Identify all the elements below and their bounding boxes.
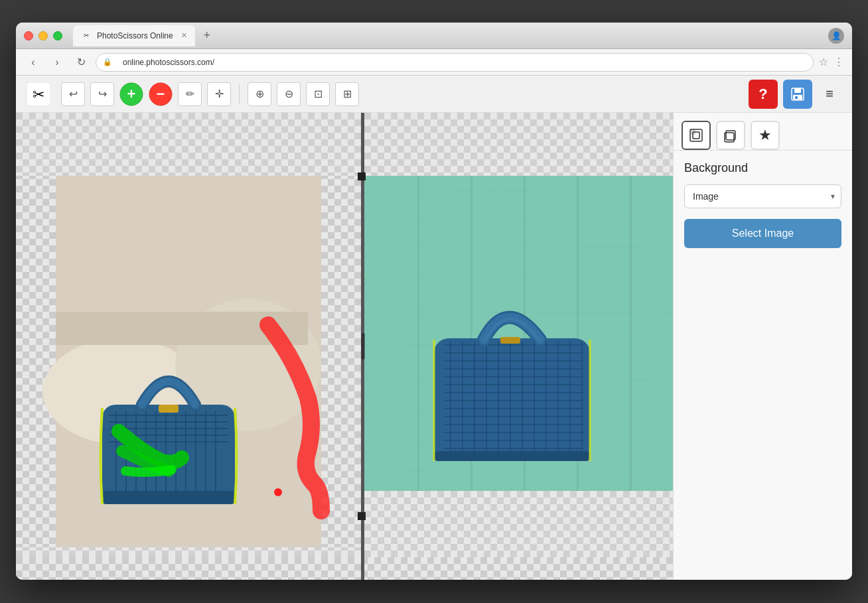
sidebar-content: Background Image Color Transparent Blur … [674, 151, 852, 580]
svg-rect-34 [195, 411, 196, 498]
svg-rect-7 [794, 88, 801, 93]
main-content: ★ Background Image Color Transparent Blu… [16, 113, 852, 580]
copy-icon [723, 127, 739, 143]
svg-rect-38 [102, 491, 235, 504]
close-button[interactable] [24, 31, 33, 40]
canvas-area [16, 113, 673, 580]
zoom-reset-button[interactable]: ⊞ [335, 82, 359, 106]
browser-menu-icon[interactable]: ⋮ [833, 56, 844, 68]
new-tab-button[interactable]: + [198, 27, 216, 45]
svg-text:+: + [127, 86, 136, 102]
svg-text:✂: ✂ [33, 86, 44, 103]
select-image-button[interactable]: Select Image [684, 219, 841, 248]
browser-tab[interactable]: ✂ PhotoScissors Online ✕ [73, 25, 195, 46]
svg-rect-9 [795, 96, 798, 99]
add-marker-button[interactable]: + [119, 82, 143, 106]
app-menu-button[interactable]: ≡ [818, 82, 841, 106]
app-toolbar: ✂ ↩ ↪ + − ✏ ✛ ⊕ ⊖ ⊡ ⊞ ? [16, 76, 852, 113]
svg-rect-37 [159, 405, 179, 413]
remove-marker-button[interactable]: − [149, 82, 173, 106]
top-handle[interactable] [358, 172, 366, 180]
save-button[interactable] [783, 80, 812, 109]
tab-bar: ✂ PhotoScissors Online ✕ + [73, 25, 828, 46]
tab-layer[interactable] [716, 121, 745, 150]
tab-background[interactable] [682, 121, 711, 150]
zoom-fit-button[interactable]: ⊡ [306, 82, 330, 106]
svg-rect-36 [215, 411, 216, 498]
tab-close-icon[interactable]: ✕ [181, 31, 187, 40]
layer-icon [688, 127, 704, 143]
lock-icon: 🔒 [103, 58, 112, 66]
forward-button[interactable]: › [48, 53, 66, 72]
titlebar: ✂ PhotoScissors Online ✕ + 👤 [16, 23, 852, 49]
panel-divider[interactable] [361, 113, 364, 580]
background-select-wrapper: Image Color Transparent Blur ▾ [684, 184, 841, 208]
svg-rect-45 [364, 491, 673, 557]
svg-text:−: − [157, 86, 165, 102]
svg-rect-26 [115, 411, 117, 498]
redo-button[interactable]: ↪ [90, 82, 114, 106]
svg-rect-15 [16, 547, 361, 557]
svg-rect-94 [690, 129, 695, 135]
maximize-button[interactable] [53, 31, 62, 40]
left-panel[interactable] [16, 113, 361, 580]
app-logo: ✂ [27, 82, 50, 106]
addressbar: ‹ › ↻ 🔒 online.photoscissors.com/ ☆ ⋮ [16, 49, 852, 76]
zoom-in-button[interactable]: ⊕ [248, 82, 271, 106]
window-controls [24, 31, 62, 40]
svg-point-39 [274, 488, 282, 496]
back-button[interactable]: ‹ [24, 53, 42, 72]
divider-handle [361, 333, 364, 360]
bottom-handle[interactable] [358, 512, 366, 520]
svg-rect-44 [364, 113, 673, 176]
svg-rect-14 [16, 113, 361, 176]
sidebar: ★ Background Image Color Transparent Blu… [673, 113, 852, 580]
tab-favicon: ✂ [81, 31, 92, 41]
refresh-button[interactable]: ↻ [72, 53, 90, 72]
bookmark-icon[interactable]: ☆ [819, 56, 828, 68]
brush-button[interactable]: ✏ [178, 82, 202, 106]
minimize-button[interactable] [38, 31, 48, 40]
background-label: Background [684, 161, 841, 175]
toolbar-separator-1 [239, 84, 240, 104]
address-field[interactable]: 🔒 online.photoscissors.com/ [96, 53, 814, 72]
help-button[interactable]: ? [749, 80, 778, 109]
undo-button[interactable]: ↩ [61, 82, 85, 106]
tab-title: PhotoScissors Online [97, 31, 173, 40]
profile-icon: 👤 [828, 28, 844, 44]
sidebar-tabs: ★ [674, 113, 852, 151]
svg-rect-91 [434, 451, 590, 461]
svg-rect-35 [205, 411, 206, 498]
tab-effects[interactable]: ★ [751, 121, 780, 150]
background-type-select[interactable]: Image Color Transparent Blur [684, 184, 841, 208]
star-icon: ★ [759, 127, 772, 144]
svg-rect-90 [500, 337, 520, 344]
right-panel[interactable] [364, 113, 673, 580]
zoom-out-button[interactable]: ⊖ [277, 82, 301, 106]
move-button[interactable]: ✛ [207, 82, 231, 106]
svg-rect-63 [434, 338, 590, 461]
url-text: online.photoscissors.com/ [123, 58, 214, 67]
